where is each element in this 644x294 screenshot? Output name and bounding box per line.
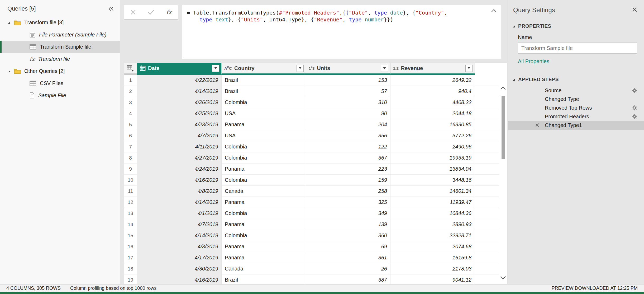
collapse-formula-icon[interactable] (491, 9, 497, 13)
row-number[interactable]: 6 (124, 130, 137, 141)
table-cell[interactable]: Colombia (222, 97, 306, 108)
scroll-up-icon[interactable] (500, 86, 506, 91)
table-cell[interactable]: 4/27/2019 (137, 152, 222, 163)
table-cell[interactable]: 4/7/2019 (137, 219, 222, 230)
table-cell[interactable]: 122 (306, 141, 390, 152)
table-cell[interactable]: 16159.8 (390, 252, 475, 263)
table-cell[interactable]: 57 (306, 86, 390, 97)
gear-icon[interactable] (632, 114, 637, 119)
table-cell[interactable]: 4/23/2019 (137, 119, 222, 130)
fx-icon[interactable]: fx (166, 9, 172, 16)
query-name-input[interactable] (518, 43, 637, 54)
table-cell[interactable]: Colombia (222, 230, 306, 241)
query-group-row[interactable]: Transform file [3] (0, 16, 120, 29)
table-cell[interactable]: USA (222, 108, 306, 119)
row-number[interactable]: 17 (124, 252, 137, 263)
table-cell[interactable]: Colombia (222, 208, 306, 219)
query-item[interactable]: fxTransform file (0, 53, 120, 65)
row-number[interactable]: 4 (124, 108, 137, 119)
table-cell[interactable]: 19933.19 (390, 152, 475, 163)
row-number[interactable]: 16 (124, 241, 137, 252)
row-number[interactable]: 19 (124, 274, 137, 284)
table-cell[interactable]: 153 (306, 75, 390, 86)
filter-dropdown-button[interactable] (465, 65, 473, 72)
table-cell[interactable]: 360 (306, 230, 390, 241)
row-number[interactable]: 3 (124, 97, 137, 108)
table-cell[interactable]: 4/17/2019 (137, 252, 222, 263)
collapse-queries-panel-icon[interactable] (108, 6, 114, 11)
scrollbar-thumb[interactable] (502, 96, 505, 159)
table-cell[interactable]: 4/1/2019 (137, 208, 222, 219)
query-item[interactable]: File Parameter (Sample File) (0, 29, 120, 41)
table-cell[interactable]: 4/22/2019 (137, 75, 222, 86)
filter-dropdown-button[interactable] (212, 65, 219, 72)
row-number[interactable]: 18 (124, 263, 137, 274)
column-header-units[interactable]: 123Units (306, 63, 390, 75)
table-cell[interactable]: 2890.93 (390, 219, 475, 230)
column-header-country[interactable]: ABCCountry (222, 63, 306, 75)
applied-step[interactable]: Source (508, 86, 644, 95)
select-all-button[interactable] (124, 63, 137, 75)
table-cell[interactable]: Brazil (222, 75, 306, 86)
table-cell[interactable]: 4/14/2019 (137, 86, 222, 97)
table-cell[interactable]: 387 (306, 274, 390, 284)
table-cell[interactable]: 310 (306, 97, 390, 108)
table-cell[interactable]: Brazil (222, 86, 306, 97)
all-properties-link[interactable]: All Properties (518, 58, 549, 64)
table-cell[interactable]: 90 (306, 108, 390, 119)
row-number[interactable]: 13 (124, 208, 137, 219)
column-header-date[interactable]: Date (137, 63, 222, 75)
query-item[interactable]: Transform Sample file (0, 41, 120, 53)
table-cell[interactable]: 14601.34 (390, 186, 475, 197)
applied-steps-section-header[interactable]: APPLIED STEPS (508, 77, 644, 82)
row-number[interactable]: 14 (124, 219, 137, 230)
table-cell[interactable]: 4/16/2019 (137, 175, 222, 185)
table-cell[interactable]: 4/30/2019 (137, 263, 222, 274)
table-cell[interactable]: 13834.04 (390, 164, 475, 174)
gear-icon[interactable] (632, 88, 637, 93)
table-cell[interactable]: 4/24/2019 (137, 164, 222, 174)
row-number[interactable]: 8 (124, 152, 137, 163)
query-group-row[interactable]: Other Queries [2] (0, 65, 120, 77)
table-cell[interactable]: 4/25/2019 (137, 108, 222, 119)
table-cell[interactable]: 4/26/2019 (137, 97, 222, 108)
table-cell[interactable]: 4/7/2019 (137, 130, 222, 141)
table-cell[interactable]: 223 (306, 164, 390, 174)
row-number[interactable]: 1 (124, 75, 137, 86)
table-cell[interactable]: 139 (306, 219, 390, 230)
table-cell[interactable]: 10844.36 (390, 208, 475, 219)
table-cell[interactable]: 4/14/2019 (137, 197, 222, 208)
table-cell[interactable]: 367 (306, 152, 390, 163)
table-cell[interactable]: 4/14/2019 (137, 230, 222, 241)
filter-dropdown-button[interactable] (381, 65, 388, 72)
properties-section-header[interactable]: PROPERTIES (508, 23, 644, 29)
row-number[interactable]: 15 (124, 230, 137, 241)
table-cell[interactable]: Colombia (222, 141, 306, 152)
table-cell[interactable]: Panama (222, 241, 306, 252)
filter-dropdown-button[interactable] (297, 65, 304, 72)
table-cell[interactable]: Panama (222, 164, 306, 174)
formula-input[interactable]: = Table.TransformColumnTypes(#"Promoted … (187, 9, 488, 23)
table-cell[interactable]: 361 (306, 252, 390, 263)
table-cell[interactable]: 2649.32 (390, 75, 475, 86)
query-item[interactable]: CSV Files (0, 77, 120, 89)
row-number[interactable]: 11 (124, 186, 137, 197)
table-cell[interactable]: 3448.16 (390, 175, 475, 185)
table-cell[interactable]: 2044.18 (390, 108, 475, 119)
table-cell[interactable]: 2178.03 (390, 263, 475, 274)
table-cell[interactable]: 4/11/2019 (137, 141, 222, 152)
formula-bar[interactable]: = Table.TransformColumnTypes(#"Promoted … (182, 5, 501, 59)
table-cell[interactable]: Colombia (222, 152, 306, 163)
table-cell[interactable]: Brazil (222, 274, 306, 284)
table-cell[interactable]: Panama (222, 119, 306, 130)
table-cell[interactable]: USA (222, 130, 306, 141)
table-cell[interactable]: Canada (222, 186, 306, 197)
vertical-scrollbar[interactable] (499, 63, 507, 284)
status-profiling-link[interactable]: Column profiling based on top 1000 rows (70, 286, 156, 291)
table-cell[interactable]: Colombia (222, 175, 306, 185)
applied-step[interactable]: Promoted Headers (508, 112, 644, 121)
gear-icon[interactable] (632, 105, 637, 110)
applied-step[interactable]: Changed Type1 (508, 121, 644, 130)
table-cell[interactable]: 2490.96 (390, 141, 475, 152)
table-cell[interactable]: 4/8/2019 (137, 186, 222, 197)
